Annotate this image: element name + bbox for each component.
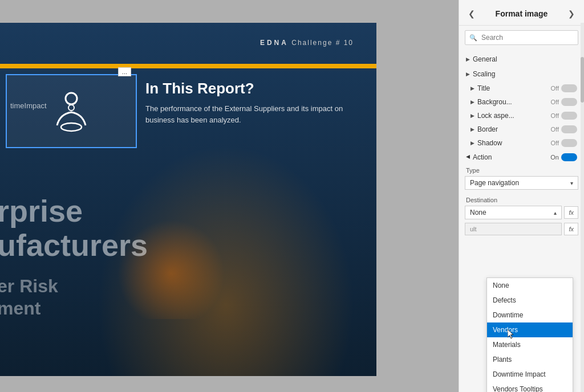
chevron-title-icon: ▶ xyxy=(471,85,474,91)
slide-background: EDNA Challenge # 10 ... xyxy=(0,23,376,376)
type-dropdown-value: Page navigation xyxy=(470,179,570,187)
prop-background: ▶ Backgrou... Off xyxy=(459,95,584,109)
dropdown-item-vendors[interactable]: Vendors xyxy=(487,322,573,337)
big-text-risk: er Risk ment xyxy=(0,275,58,319)
prop-action-label: Action xyxy=(473,153,550,161)
panel-scrollbar-thumb xyxy=(581,57,584,103)
selected-image-box[interactable]: ... xyxy=(6,74,137,148)
time-impact-label: timeImpact xyxy=(10,101,47,110)
section-scaling[interactable]: ▶ Scaling xyxy=(459,67,584,81)
prop-lock-status: Off xyxy=(551,112,559,119)
slide-container: EDNA Challenge # 10 ... xyxy=(0,23,376,376)
search-input[interactable] xyxy=(465,30,578,45)
section-general-label: General xyxy=(473,55,577,63)
dropdown-item-plants[interactable]: Plants xyxy=(487,352,573,367)
brand-name: EDNA xyxy=(260,39,289,47)
panel-scrollbar[interactable] xyxy=(581,23,584,392)
prop-border-toggle[interactable] xyxy=(561,125,577,133)
type-dropdown[interactable]: Page navigation ▾ xyxy=(465,176,578,190)
default-value-input: ult xyxy=(465,223,562,235)
dropdown-item-vendors-tooltips[interactable]: Vendors Tooltips xyxy=(487,382,573,392)
dropdown-item-materials[interactable]: Materials xyxy=(487,337,573,352)
prop-border: ▶ Border Off xyxy=(459,122,584,136)
prop-lock-label: Lock aspe... xyxy=(477,112,551,120)
chevron-scaling-icon: ▶ xyxy=(466,71,470,77)
prop-title-status: Off xyxy=(551,85,559,92)
prop-border-label: Border xyxy=(477,125,551,133)
prop-title: ▶ Title Off xyxy=(459,81,584,95)
chevron-general-icon: ▶ xyxy=(466,56,470,62)
prop-action-status: On xyxy=(550,154,559,161)
report-title: In This Report? xyxy=(145,80,345,97)
search-icon: 🔍 xyxy=(469,34,477,42)
destination-value: None xyxy=(470,209,554,217)
fx-button-1[interactable]: fx xyxy=(564,206,578,219)
prop-shadow: ▶ Shadow Off xyxy=(459,136,584,150)
chevron-lock-icon: ▶ xyxy=(471,113,474,119)
slide-header: EDNA Challenge # 10 xyxy=(260,39,354,47)
prop-action-row: ▶ Action On xyxy=(459,150,584,165)
svg-point-0 xyxy=(66,93,77,104)
panel-header: ❮ Format image ❯ xyxy=(459,0,584,26)
svg-point-2 xyxy=(68,105,74,111)
dropdown-item-downtime[interactable]: Downtime xyxy=(487,308,573,322)
prop-background-status: Off xyxy=(551,99,559,105)
chevron-border-icon: ▶ xyxy=(471,126,474,132)
panel-forward-button[interactable]: ❯ xyxy=(566,8,577,19)
svg-point-1 xyxy=(61,123,82,131)
default-row: ult fx xyxy=(465,223,578,235)
prop-title-label: Title xyxy=(477,84,551,92)
destination-label: Destination xyxy=(459,194,584,205)
search-box: 🔍 xyxy=(465,30,578,45)
destination-row: None ▴ fx xyxy=(465,206,578,219)
chevron-action-icon: ▶ xyxy=(466,154,470,160)
type-dropdown-chevron-icon: ▾ xyxy=(570,180,573,186)
chevron-background-icon: ▶ xyxy=(471,99,474,105)
destination-chevron-icon: ▴ xyxy=(554,210,557,216)
dropdown-item-none[interactable]: None xyxy=(487,278,573,293)
prop-lock-toggle[interactable] xyxy=(561,112,577,120)
prop-action-toggle[interactable] xyxy=(561,153,577,161)
type-label: Type xyxy=(459,165,584,175)
section-general[interactable]: ▶ General xyxy=(459,52,584,67)
dropdown-item-defects[interactable]: Defects xyxy=(487,293,573,308)
prop-lock-aspect: ▶ Lock aspe... Off xyxy=(459,109,584,122)
canvas-area: EDNA Challenge # 10 ... xyxy=(0,0,459,392)
section-scaling-label: Scaling xyxy=(473,70,577,78)
panel-title: Format image xyxy=(496,9,548,18)
yellow-accent-bar xyxy=(0,64,376,68)
prop-background-label: Backgrou... xyxy=(477,98,551,106)
prop-shadow-label: Shadow xyxy=(477,139,551,147)
fx-button-2[interactable]: fx xyxy=(564,223,578,235)
destination-dropdown[interactable]: None ▴ xyxy=(465,206,562,219)
prop-border-status: Off xyxy=(551,126,559,133)
prop-shadow-toggle[interactable] xyxy=(561,139,577,147)
prop-background-toggle[interactable] xyxy=(561,98,577,106)
report-block: In This Report? The performance of the E… xyxy=(145,80,345,125)
ellipsis-handle[interactable]: ... xyxy=(118,67,131,76)
prop-shadow-status: Off xyxy=(551,140,559,146)
dropdown-item-downtime-impact[interactable]: Downtime Impact xyxy=(487,367,573,382)
prop-title-toggle[interactable] xyxy=(561,84,577,92)
panel-back-button[interactable]: ❮ xyxy=(466,8,477,19)
chevron-shadow-icon: ▶ xyxy=(471,140,474,146)
challenge-label: Challenge # 10 xyxy=(291,39,354,47)
big-text-enterprise: rprise ufacturers xyxy=(0,194,148,262)
person-icon xyxy=(48,88,94,134)
destination-dropdown-popup: None Defects Downtime Vendors Materials … xyxy=(486,277,573,392)
report-subtitle: The performance of the External Supplier… xyxy=(145,103,345,125)
